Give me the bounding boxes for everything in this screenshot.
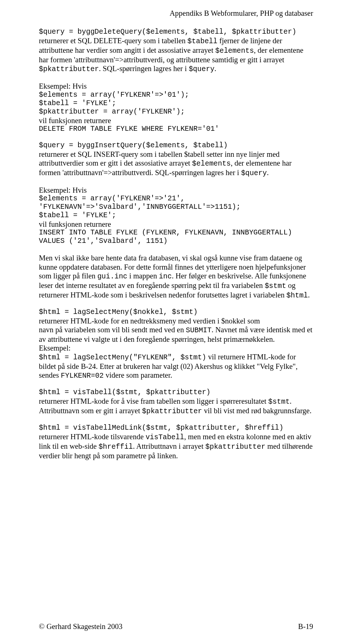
code-line: $html = visTabellMedLink($stmt, $pkattri… — [39, 424, 313, 432]
code-line: $elements = array('FYLKENR'=>'21', — [39, 195, 313, 203]
inline-code: $hreffil — [99, 443, 133, 451]
example-2: Eksempel: Hvis $elements = array('FYLKEN… — [39, 186, 313, 245]
body-text: Eksempel: Hvis — [39, 186, 313, 195]
paragraph-4: $html = lagSelectMeny($nokkel, $stmt) re… — [39, 308, 313, 381]
body-text: navn på variabelen som vil bli sendt med… — [39, 326, 186, 334]
inline-code: $stmt — [268, 398, 290, 406]
code-line: VALUES ('21','Svalbard', 1151) — [39, 237, 313, 245]
inline-code: FYLKENR=02 — [61, 372, 104, 380]
body-text: vil funksjonen returnere — [39, 116, 313, 125]
body-text: . — [267, 169, 269, 177]
footer-right: B-19 — [298, 622, 313, 631]
inline-code: gui.inc — [97, 273, 127, 281]
inline-code: $elements — [192, 160, 231, 168]
code-line: $html = lagSelectMeny($nokkel, $stmt) — [39, 308, 313, 317]
page-header: Appendiks B Webformularer, PHP og databa… — [39, 9, 313, 18]
code-line: DELETE FROM TABLE FYLKE WHERE FYLKENR='0… — [39, 125, 313, 133]
body-text: . SQL-spørringen lagres her i — [99, 64, 189, 73]
inline-code: inc — [159, 273, 172, 281]
paragraph-2: $query = byggInsertQuery($elements, $tab… — [39, 141, 313, 178]
body-text: returnerer HTML-kode for en nedtrekksmen… — [39, 317, 313, 325]
inline-code: $html — [286, 292, 308, 300]
paragraph-5: $html = visTabell($stmt, $pkattributter)… — [39, 388, 313, 416]
code-line: $query = byggInsertQuery($elements, $tab… — [39, 141, 313, 150]
body-text: i mappen — [127, 272, 159, 280]
code-line: $html = lagSelectMeny("FYLKENR", $stmt) — [39, 354, 206, 362]
inline-code: $query — [241, 169, 267, 177]
paragraph-3: Men vi skal ikke bare hente data fra dat… — [39, 253, 313, 300]
page-footer: © Gerhard Skagestein 2003 B-19 — [39, 622, 313, 631]
body-text: . Attributtnavn i arrayet — [133, 442, 205, 450]
inline-code: visTabell — [146, 433, 184, 441]
inline-code: $tabell — [187, 37, 217, 45]
code-line: $html = visTabell($stmt, $pkattributter) — [39, 388, 313, 397]
footer-left: © Gerhard Skagestein 2003 — [39, 622, 122, 631]
body-text: Eksempel: Hvis — [39, 82, 313, 90]
inline-code: $elements — [215, 47, 254, 55]
code-line: $pkattributter = array('FYLKENR'); — [39, 108, 313, 116]
inline-code: $pkattributter — [39, 65, 99, 73]
body-text: returnerer HTML-kode tilsvarende — [39, 433, 146, 441]
paragraph-1: $query = byggDeleteQuery($elements, $tab… — [39, 28, 313, 74]
code-line: $tabell = 'FYLKE'; — [39, 211, 313, 220]
code-line: $tabell = 'FYLKE'; — [39, 99, 313, 108]
code-line: 'FYLKENAVN'=>'Svalbard','INNBYGGERTALL'=… — [39, 203, 313, 211]
code-line: $elements = array('FYLKENR'=>'01'); — [39, 91, 313, 99]
body-text: returnerer et SQL DELETE-query som i tab… — [39, 37, 187, 45]
example-1: Eksempel: Hvis $elements = array('FYLKEN… — [39, 82, 313, 133]
inline-code: SUBMIT — [186, 326, 212, 334]
body-text: . — [214, 64, 216, 73]
body-text: videre som parameter. — [104, 371, 172, 379]
body-text: vil bli vist med rød bakgrunnsfarge. — [202, 407, 312, 415]
code-line: INSERT INTO TABLE FYLKE (FYLKENR, FYLKEN… — [39, 229, 313, 237]
body-text: returnerer HTML-kode for å vise fram tab… — [39, 397, 268, 405]
body-text: . — [308, 291, 310, 299]
body-text: vil funksjonen returnere — [39, 220, 313, 229]
inline-code: $pkattributter — [142, 407, 202, 415]
inline-code: $query — [189, 65, 214, 73]
inline-code: $pkattributter — [205, 443, 265, 451]
paragraph-6: $html = visTabellMedLink($stmt, $pkattri… — [39, 424, 313, 460]
body-text: Eksempel: — [39, 344, 313, 352]
inline-code: $stmt — [265, 282, 286, 290]
document-page: Appendiks B Webformularer, PHP og databa… — [0, 0, 352, 644]
code-line: $query = byggDeleteQuery($elements, $tab… — [39, 28, 313, 36]
